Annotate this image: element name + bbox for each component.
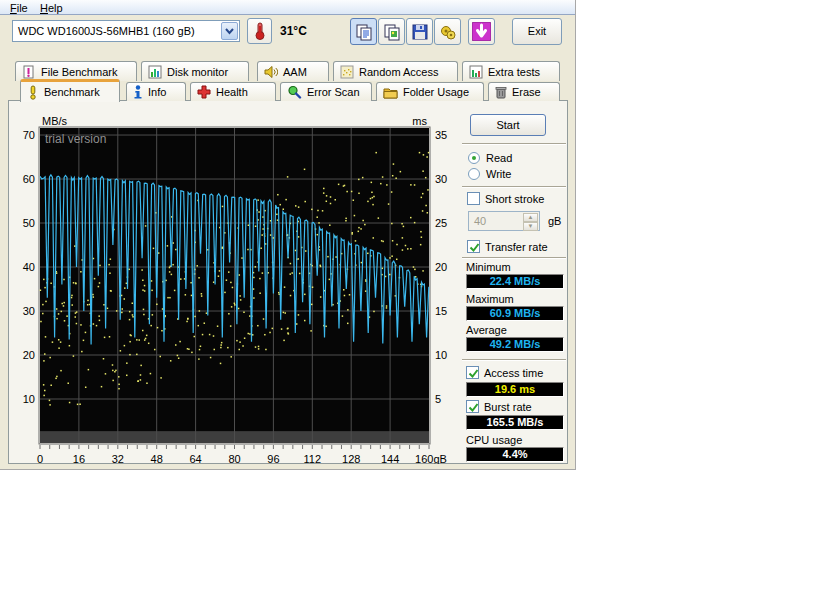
svg-text:10: 10 <box>435 349 447 361</box>
svg-text:5: 5 <box>435 393 441 405</box>
tab-label: AAM <box>283 66 307 78</box>
write-radio[interactable] <box>468 168 480 180</box>
svg-text:30: 30 <box>23 305 35 317</box>
tab-benchmark[interactable]: Benchmark <box>20 79 120 102</box>
short-stroke-label[interactable]: Short stroke <box>485 193 544 205</box>
svg-text:trial version: trial version <box>45 132 106 146</box>
save-button[interactable] <box>406 18 433 45</box>
copy-image-button[interactable] <box>378 18 405 45</box>
svg-text:112: 112 <box>304 453 322 464</box>
tab-error-scan[interactable]: Error Scan <box>280 82 372 101</box>
options-button[interactable] <box>434 18 461 45</box>
copy-text-button[interactable] <box>350 18 377 45</box>
burst-rate-checkbox[interactable] <box>466 400 479 413</box>
file-benchmark-icon <box>22 65 36 79</box>
read-radio[interactable] <box>468 152 480 164</box>
cpu-usage-value: 4.4% <box>466 447 564 462</box>
short-stroke-size-spinner[interactable]: 40 ▲ ▼ <box>468 211 540 231</box>
download-icon <box>472 22 491 41</box>
tab-label: File Benchmark <box>41 66 117 78</box>
tab-label: Error Scan <box>307 86 360 98</box>
minimum-value: 22.4 MB/s <box>466 274 564 289</box>
tab-health[interactable]: Health <box>190 82 276 101</box>
tab-folder-usage[interactable]: Folder Usage <box>376 82 484 101</box>
svg-text:50: 50 <box>23 217 35 229</box>
svg-text:25: 25 <box>435 217 447 229</box>
transfer-rate-label[interactable]: Transfer rate <box>485 241 548 253</box>
separator <box>462 143 566 145</box>
spinner-down-icon[interactable]: ▼ <box>523 222 538 231</box>
trash-icon <box>495 85 507 99</box>
svg-text:128: 128 <box>342 453 360 464</box>
disk-monitor-icon <box>148 65 162 79</box>
burst-rate-label[interactable]: Burst rate <box>484 401 532 413</box>
tab-info[interactable]: Info <box>126 82 186 101</box>
tab-erase[interactable]: Erase <box>488 82 560 101</box>
short-stroke-size-value: 40 <box>474 215 486 227</box>
tab-label: Folder Usage <box>403 86 469 98</box>
combo-dropdown-button[interactable] <box>221 22 238 40</box>
maximum-label: Maximum <box>466 293 514 305</box>
tab-file-benchmark[interactable]: File Benchmark <box>15 61 137 81</box>
burst-rate-value: 165.5 MB/s <box>466 415 564 430</box>
folder-icon <box>383 86 398 99</box>
transfer-rate-checkbox[interactable] <box>467 240 480 253</box>
average-label: Average <box>466 324 507 336</box>
svg-text:32: 32 <box>112 453 124 464</box>
error-scan-icon <box>287 85 302 99</box>
access-time-label[interactable]: Access time <box>484 367 543 379</box>
maximum-value: 60.9 MB/s <box>466 306 564 321</box>
menu-file[interactable]: File <box>4 1 34 15</box>
extra-tests-icon <box>469 65 483 79</box>
svg-text:30: 30 <box>435 173 447 185</box>
cpu-usage-label: CPU usage <box>466 434 522 446</box>
tab-label: Info <box>148 86 166 98</box>
separator <box>462 359 566 361</box>
tab-extra-tests[interactable]: Extra tests <box>462 61 560 81</box>
write-radio-label[interactable]: Write <box>486 168 511 180</box>
exit-button[interactable]: Exit <box>512 18 562 45</box>
access-time-value: 19.6 ms <box>466 382 564 397</box>
tab-disk-monitor[interactable]: Disk monitor <box>141 61 249 81</box>
speaker-icon <box>264 65 278 79</box>
copy-image-icon <box>383 23 401 41</box>
benchmark-icon <box>27 85 39 100</box>
short-stroke-checkbox[interactable] <box>467 192 480 205</box>
drive-select-value: WDC WD1600JS-56MHB1 (160 gB) <box>18 25 195 37</box>
average-value: 49.2 MB/s <box>466 337 564 352</box>
menu-bar: File Help <box>0 0 576 15</box>
access-time-checkbox[interactable] <box>466 366 479 379</box>
tab-label: Extra tests <box>488 66 540 78</box>
download-button[interactable] <box>468 18 495 45</box>
thermometer-icon <box>254 22 266 40</box>
spinner-up-icon[interactable]: ▲ <box>523 213 538 222</box>
svg-text:15: 15 <box>435 305 447 317</box>
tab-label: Disk monitor <box>167 66 228 78</box>
random-access-icon <box>340 65 354 79</box>
svg-text:60: 60 <box>23 173 35 185</box>
drive-select[interactable]: WDC WD1600JS-56MHB1 (160 gB) <box>12 20 240 42</box>
save-icon <box>411 23 429 41</box>
read-radio-label[interactable]: Read <box>486 152 512 164</box>
svg-text:20: 20 <box>435 261 447 273</box>
svg-text:16: 16 <box>73 453 85 464</box>
options-icon <box>439 23 457 41</box>
temperature-button[interactable] <box>247 18 272 44</box>
benchmark-chart-svg: 706050403020103530252015105MB/sms0163248… <box>20 114 454 464</box>
svg-text:35: 35 <box>435 129 447 141</box>
menu-help[interactable]: Help <box>34 1 69 15</box>
temperature-value: 31°C <box>280 24 307 38</box>
tab-random-access[interactable]: Random Access <box>333 61 458 81</box>
chevron-down-icon <box>225 28 234 35</box>
svg-text:MB/s: MB/s <box>42 115 68 127</box>
tab-aam[interactable]: AAM <box>257 61 329 81</box>
minimum-label: Minimum <box>466 261 511 273</box>
start-button[interactable]: Start <box>470 114 546 136</box>
tab-label: Random Access <box>359 66 438 78</box>
tab-label: Health <box>216 86 248 98</box>
svg-text:70: 70 <box>23 129 35 141</box>
hd-tune-window: File Help WDC WD1600JS-56MHB1 (160 gB) 3… <box>0 0 576 470</box>
tab-label: Erase <box>512 86 541 98</box>
tab-label: Benchmark <box>44 86 100 98</box>
separator <box>462 186 566 188</box>
